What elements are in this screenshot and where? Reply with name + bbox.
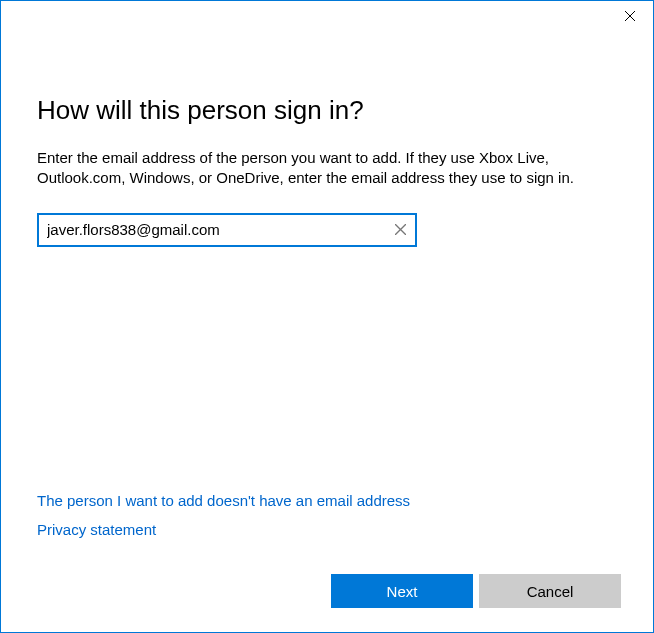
- titlebar: [1, 1, 653, 33]
- no-email-link[interactable]: The person I want to add doesn't have an…: [37, 492, 410, 509]
- description-text: Enter the email address of the person yo…: [37, 148, 617, 189]
- page-title: How will this person sign in?: [37, 95, 617, 126]
- email-field[interactable]: [39, 215, 385, 245]
- next-button[interactable]: Next: [331, 574, 473, 608]
- links-section: The person I want to add doesn't have an…: [37, 492, 410, 550]
- email-input-container: [37, 213, 417, 247]
- privacy-link[interactable]: Privacy statement: [37, 521, 410, 538]
- cancel-button[interactable]: Cancel: [479, 574, 621, 608]
- close-button[interactable]: [607, 1, 653, 31]
- content-area: How will this person sign in? Enter the …: [1, 33, 653, 247]
- clear-input-button[interactable]: [385, 215, 415, 245]
- close-icon: [625, 11, 635, 21]
- dialog-window: How will this person sign in? Enter the …: [0, 0, 654, 633]
- clear-icon: [395, 224, 406, 235]
- footer-buttons: Next Cancel: [331, 574, 621, 608]
